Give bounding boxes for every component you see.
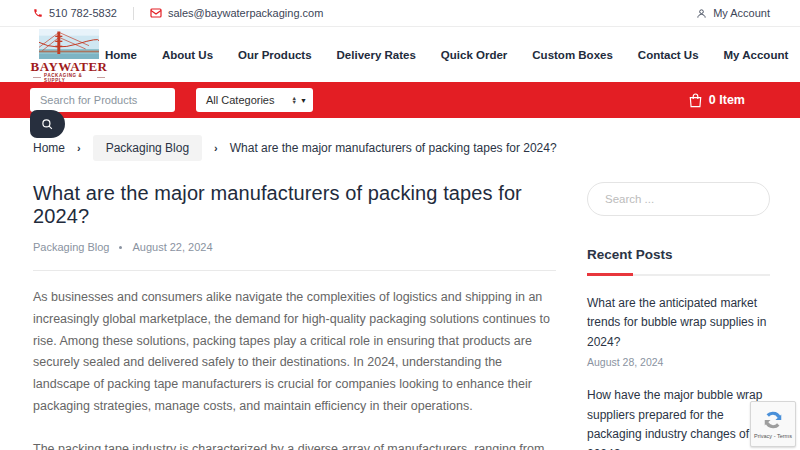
cart-button[interactable]: 0 Item xyxy=(689,93,745,108)
cart-count-label: 0 Item xyxy=(709,93,745,107)
phone-number: 510 782-5832 xyxy=(49,7,117,19)
phone-link[interactable]: 510 782-5832 xyxy=(33,7,117,19)
nav-item-home[interactable]: Home xyxy=(105,49,137,61)
breadcrumb-chevron-icon: › xyxy=(77,142,81,154)
article-paragraph: As businesses and consumers alike naviga… xyxy=(33,287,556,418)
recent-post-link[interactable]: How have the major bubble wrap suppliers… xyxy=(587,386,770,450)
article: What are the major manufacturers of pack… xyxy=(33,182,556,450)
email-address: sales@baywaterpackaging.com xyxy=(168,7,323,19)
contact-info: 510 782-5832 sales@baywaterpackaging.com xyxy=(33,7,323,20)
main-navigation: Home About Us Our Products Delivery Rate… xyxy=(105,49,788,61)
recent-post-item: What are the anticipated market trends f… xyxy=(587,294,770,368)
topbar-divider xyxy=(133,7,134,20)
search-toggle-button[interactable] xyxy=(30,110,65,138)
phone-icon xyxy=(33,8,43,18)
page-title: What are the major manufacturers of pack… xyxy=(33,182,556,228)
email-icon xyxy=(150,8,162,18)
category-select[interactable]: All Categories ▲▼ ▼ xyxy=(196,88,313,112)
blog-search-input[interactable] xyxy=(587,182,770,216)
article-date: August 22, 2024 xyxy=(132,241,212,253)
nav-item-quick-order[interactable]: Quick Order xyxy=(441,49,507,61)
shopping-bag-icon xyxy=(689,93,702,108)
breadcrumb: Home › Packaging Blog › What are the maj… xyxy=(33,135,770,161)
logo-tagline: PACKAGING & SUPPLY xyxy=(33,73,105,83)
logo-name: BAYWATER xyxy=(31,60,108,73)
page: 510 782-5832 sales@baywaterpackaging.com… xyxy=(0,0,800,450)
user-icon xyxy=(696,8,707,19)
recent-post-date: August 28, 2024 xyxy=(587,356,770,368)
article-meta: Packaging Blog August 22, 2024 xyxy=(33,241,556,253)
email-link[interactable]: sales@baywaterpackaging.com xyxy=(150,7,323,19)
article-category[interactable]: Packaging Blog xyxy=(33,241,109,253)
sort-arrows-icon: ▲▼ xyxy=(292,96,297,104)
site-header: BAYWATER PACKAGING & SUPPLY Home About U… xyxy=(0,27,800,82)
nav-item-custom-boxes[interactable]: Custom Boxes xyxy=(532,49,613,61)
top-bar: 510 782-5832 sales@baywaterpackaging.com… xyxy=(0,0,800,27)
nav-item-delivery-rates[interactable]: Delivery Rates xyxy=(337,49,416,61)
site-logo[interactable]: BAYWATER PACKAGING & SUPPLY xyxy=(33,29,105,83)
recaptcha-badge[interactable]: Privacy - Terms xyxy=(750,401,796,447)
recent-posts-heading: Recent Posts xyxy=(587,247,770,262)
breadcrumb-section[interactable]: Packaging Blog xyxy=(93,135,202,161)
article-divider xyxy=(33,270,556,271)
account-link[interactable]: My Account xyxy=(696,7,770,19)
search-icon xyxy=(41,118,54,131)
breadcrumb-home[interactable]: Home xyxy=(33,141,65,155)
article-paragraph: The packing tape industry is characteriz… xyxy=(33,439,556,450)
sidebar: Recent Posts What are the anticipated ma… xyxy=(587,182,770,450)
nav-item-contact-us[interactable]: Contact Us xyxy=(638,49,699,61)
shop-bar: All Categories ▲▼ ▼ 0 Item xyxy=(0,82,800,118)
bridge-logo-image xyxy=(33,29,105,59)
recent-post-link[interactable]: What are the anticipated market trends f… xyxy=(587,294,770,352)
recaptcha-icon xyxy=(762,409,784,431)
recent-posts-underline xyxy=(587,274,770,276)
article-body: As businesses and consumers alike naviga… xyxy=(33,287,556,450)
recent-post-item: How have the major bubble wrap suppliers… xyxy=(587,386,770,450)
category-selected-value: All Categories xyxy=(206,94,274,106)
meta-dot xyxy=(119,246,122,249)
nav-item-my-account[interactable]: My Account xyxy=(724,49,789,61)
chevron-down-icon: ▼ xyxy=(300,97,307,104)
breadcrumb-current: What are the major manufacturers of pack… xyxy=(230,141,557,155)
account-label: My Account xyxy=(713,7,770,19)
product-search-input[interactable] xyxy=(30,88,175,112)
nav-item-our-products[interactable]: Our Products xyxy=(238,49,311,61)
privacy-terms-label[interactable]: Privacy - Terms xyxy=(754,433,792,439)
nav-item-about-us[interactable]: About Us xyxy=(162,49,213,61)
breadcrumb-chevron-icon: › xyxy=(214,142,218,154)
main-area: What are the major manufacturers of pack… xyxy=(0,161,800,450)
